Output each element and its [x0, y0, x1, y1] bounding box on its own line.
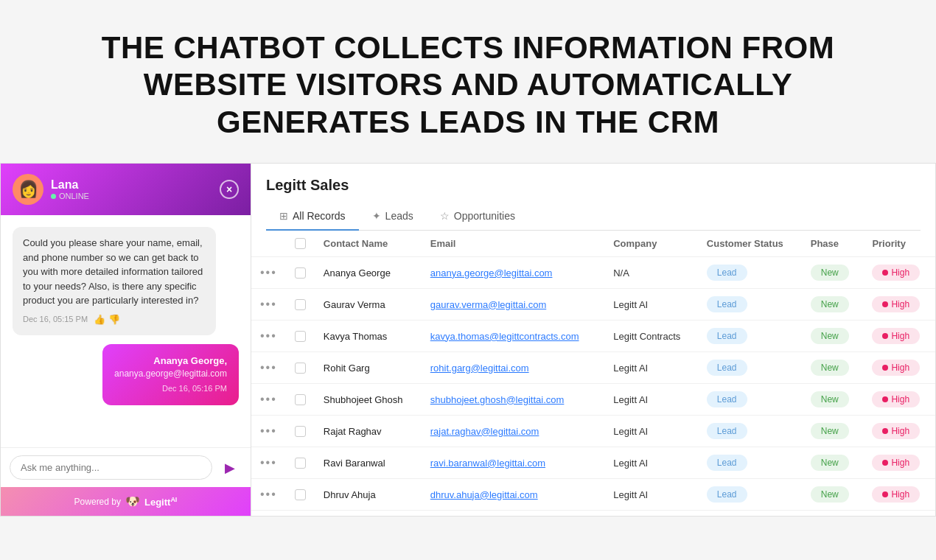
agent-name: Lana [51, 178, 212, 192]
row-check[interactable] [286, 352, 315, 384]
customer-status: Lead [698, 321, 802, 352]
priority-badge: High [863, 289, 935, 321]
dots-menu-icon[interactable]: ••• [260, 393, 277, 405]
row-check[interactable] [286, 384, 315, 416]
row-checkbox[interactable] [295, 394, 306, 405]
contact-email[interactable]: ananya.george@legittai.com [422, 257, 604, 289]
contact-email[interactable]: kavya.thomas@legittcontracts.com [422, 321, 604, 352]
contact-email[interactable]: ravi.baranwal@legittai.com [422, 447, 604, 479]
contact-email[interactable]: rajat.raghav@legittai.com [422, 416, 604, 447]
col-contact: Contact Name [315, 231, 422, 257]
contact-name: Shubhojeet Ghosh [315, 384, 422, 416]
row-checkbox[interactable] [295, 489, 306, 500]
table-body: ••• Ananya George ananya.george@legittai… [251, 257, 935, 511]
contact-email[interactable]: shubhojeet.ghosh@legittai.com [422, 384, 604, 416]
all-records-icon: ⊞ [279, 210, 288, 222]
phase-badge: New [802, 479, 864, 511]
dots-menu-icon[interactable]: ••• [260, 488, 277, 500]
row-dots[interactable]: ••• [251, 321, 286, 352]
chatbot-footer: Powered by 🐶 LegittAI [1, 487, 251, 516]
dots-menu-icon[interactable]: ••• [260, 456, 277, 469]
table-row: ••• Rohit Garg rohit.garg@legittai.com L… [251, 352, 935, 384]
row-dots[interactable]: ••• [251, 289, 286, 321]
table-row: ••• Kavya Thomas kavya.thomas@legittcont… [251, 321, 935, 352]
contact-name: Rohit Garg [315, 352, 422, 384]
row-dots[interactable]: ••• [251, 416, 286, 447]
crm-table: Contact Name Email Company Customer Stat… [251, 231, 935, 516]
response-date: Dec 16, 05:16 PM [114, 383, 227, 394]
customer-status: Lead [698, 416, 802, 447]
row-checkbox[interactable] [295, 299, 306, 310]
table-row: ••• Ravi Baranwal ravi.baranwal@legittai… [251, 447, 935, 479]
row-dots[interactable]: ••• [251, 384, 286, 416]
row-checkbox[interactable] [295, 458, 306, 469]
row-dots[interactable]: ••• [251, 479, 286, 511]
priority-badge: High [863, 384, 935, 416]
contact-name: Rajat Raghav [315, 416, 422, 447]
crm-header: Legitt Sales ⊞ All Records ✦ Leads ☆ Opp… [251, 164, 935, 231]
row-checkbox[interactable] [295, 331, 306, 342]
dots-menu-icon[interactable]: ••• [260, 361, 277, 374]
col-priority: Priority [863, 231, 935, 257]
contact-email[interactable]: gaurav.verma@legittai.com [422, 289, 604, 321]
contact-email[interactable]: dhruv.ahuja@legittai.com [422, 479, 604, 511]
bot-message-text: Could you please share your name, email,… [23, 237, 203, 306]
legitt-emoji: 🐶 [125, 494, 140, 508]
dots-menu-icon[interactable]: ••• [260, 298, 277, 310]
customer-status: Lead [698, 447, 802, 479]
response-bubble: Ananya George, ananya.george@legittai.co… [102, 344, 239, 405]
row-check[interactable] [286, 416, 315, 447]
row-checkbox[interactable] [295, 267, 306, 279]
chat-messages: Could you please share your name, email,… [1, 215, 251, 447]
message-time: Dec 16, 05:15 PM 👍 👎 [23, 312, 206, 327]
contact-company: Legitt AI [604, 447, 698, 479]
contact-email[interactable]: rohit.garg@legittai.com [422, 352, 604, 384]
col-dots [251, 231, 286, 257]
chatbot-header: 👩 Lana ONLINE × [1, 164, 251, 215]
select-all-checkbox[interactable] [295, 238, 306, 249]
row-check[interactable] [286, 289, 315, 321]
row-check[interactable] [286, 257, 315, 289]
customer-status: Lead [698, 384, 802, 416]
crm-title: Legitt Sales [266, 177, 921, 194]
phase-badge: New [802, 289, 864, 321]
footer-brand: LegittAI [144, 496, 177, 508]
col-status: Customer Status [698, 231, 802, 257]
send-button[interactable]: ▶ [218, 456, 242, 480]
row-check[interactable] [286, 447, 315, 479]
col-phase: Phase [802, 231, 864, 257]
row-checkbox[interactable] [295, 363, 306, 374]
col-company: Company [604, 231, 698, 257]
table-row: ••• Dhruv Ahuja dhruv.ahuja@legittai.com… [251, 479, 935, 511]
phase-badge: New [802, 352, 864, 384]
chat-input-area: ▶ [1, 447, 251, 487]
crm-panel: Legitt Sales ⊞ All Records ✦ Leads ☆ Opp… [251, 163, 936, 517]
main-content: 👩 Lana ONLINE × Could you please share y… [0, 163, 936, 517]
phase-badge: New [802, 384, 864, 416]
priority-badge: High [863, 352, 935, 384]
footer-powered: Powered by [74, 497, 121, 507]
chat-input[interactable] [10, 455, 212, 480]
tab-opportunities[interactable]: ☆ Opportunities [427, 203, 528, 231]
table-row: ••• Rajat Raghav rajat.raghav@legittai.c… [251, 416, 935, 447]
dots-menu-icon[interactable]: ••• [260, 266, 277, 279]
close-button[interactable]: × [220, 180, 239, 199]
row-dots[interactable]: ••• [251, 257, 286, 289]
dots-menu-icon[interactable]: ••• [260, 329, 277, 342]
priority-badge: High [863, 416, 935, 447]
dots-menu-icon[interactable]: ••• [260, 424, 277, 437]
avatar: 👩 [13, 174, 43, 205]
contact-company: Legitt AI [604, 479, 698, 511]
chatbot-panel: 👩 Lana ONLINE × Could you please share y… [0, 163, 251, 517]
phase-badge: New [802, 416, 864, 447]
row-check[interactable] [286, 321, 315, 352]
row-dots[interactable]: ••• [251, 447, 286, 479]
tab-all-records[interactable]: ⊞ All Records [266, 203, 359, 231]
row-dots[interactable]: ••• [251, 352, 286, 384]
tab-leads[interactable]: ✦ Leads [359, 203, 427, 231]
customer-status: Lead [698, 352, 802, 384]
phase-badge: New [802, 447, 864, 479]
response-name: Ananya George, [114, 354, 227, 368]
row-checkbox[interactable] [295, 426, 306, 437]
row-check[interactable] [286, 479, 315, 511]
